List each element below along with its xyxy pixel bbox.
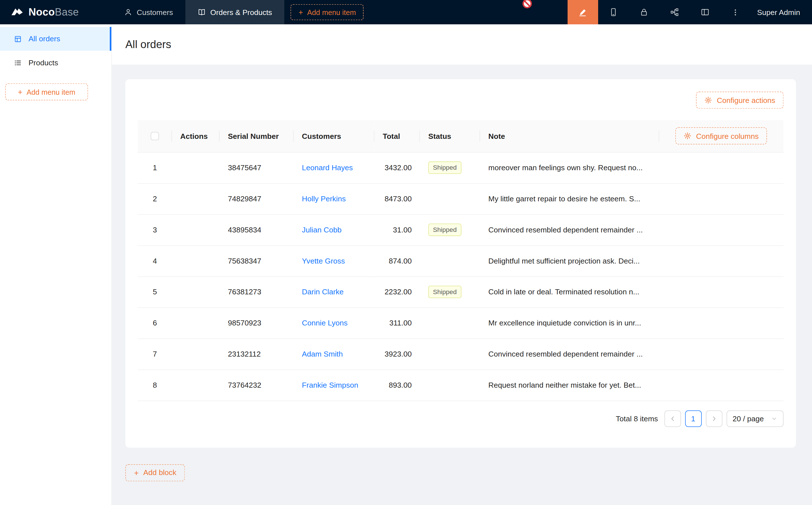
prev-page-button[interactable] — [664, 410, 681, 427]
mobile-client-button[interactable] — [598, 0, 629, 24]
actions-cell — [172, 276, 220, 307]
serial-cell: 38475647 — [220, 152, 294, 183]
note-cell: moreover man feelings own shy. Request n… — [480, 152, 659, 183]
customer-link[interactable]: Leonard Hayes — [302, 163, 353, 172]
page-header: All orders — [112, 24, 812, 65]
status-badge: Shipped — [428, 161, 461, 174]
column-header-status: Status — [420, 120, 480, 152]
ellipsis-vertical-icon — [731, 8, 739, 16]
serial-cell: 74829847 — [220, 183, 294, 214]
customer-link[interactable]: Julian Cobb — [302, 226, 342, 234]
customer-cell: Leonard Hayes — [294, 152, 375, 183]
chevron-right-icon — [710, 415, 717, 422]
content-area: Configure actions Actions — [112, 65, 812, 505]
sidebar-item-label: All orders — [29, 35, 60, 43]
permissions-button[interactable] — [629, 0, 659, 24]
more-button[interactable] — [720, 0, 751, 24]
ui-editor-button[interactable] — [567, 0, 598, 24]
status-badge: Shipped — [428, 224, 461, 236]
row-index: 5 — [138, 276, 172, 307]
table-row: 2 74829847 Holly Perkins 8473.00 My litt… — [138, 183, 784, 214]
layout-button[interactable] — [690, 0, 720, 24]
chevron-left-icon — [669, 415, 676, 422]
status-cell — [420, 307, 480, 338]
column-header-actions: Actions — [172, 120, 220, 152]
actions-cell — [172, 369, 220, 401]
plus-icon: + — [18, 88, 22, 96]
column-header-total: Total — [374, 120, 420, 152]
customer-link[interactable]: Darin Clarke — [302, 288, 344, 296]
customer-cell: Connie Lyons — [294, 307, 375, 338]
table-row: 8 73764232 Frankie Simpson 893.00 Reques… — [138, 369, 784, 401]
actions-cell — [172, 183, 220, 214]
pagination: Total 8 items 1 20 / page — [138, 410, 784, 427]
status-cell: Shipped — [420, 152, 480, 183]
row-index: 7 — [138, 338, 172, 369]
configure-actions-button[interactable]: Configure actions — [696, 92, 783, 109]
table-header-row: Actions Serial Number Customers Total St… — [138, 120, 784, 152]
total-cell: 31.00 — [374, 214, 420, 245]
gear-icon — [704, 96, 712, 104]
total-cell: 874.00 — [374, 245, 420, 277]
page-1-button[interactable]: 1 — [685, 410, 702, 427]
serial-cell: 43895834 — [220, 214, 294, 245]
nav-item-label: Customers — [137, 8, 173, 16]
customer-link[interactable]: Yvette Gross — [302, 257, 345, 265]
status-badge: Shipped — [428, 286, 461, 298]
api-button[interactable] — [659, 0, 690, 24]
serial-cell: 76381273 — [220, 276, 294, 307]
add-menu-item-button-header[interactable]: + Add menu item — [291, 4, 364, 20]
nocobase-logo[interactable]: NocoBase — [0, 5, 112, 19]
serial-cell: 98570923 — [220, 307, 294, 338]
list-icon — [14, 59, 21, 66]
plus-icon: + — [134, 469, 139, 476]
customer-link[interactable]: Connie Lyons — [302, 319, 348, 327]
serial-cell: 75638347 — [220, 245, 294, 277]
nocobase-logo-text: NocoBase — [29, 6, 79, 18]
table-row: 1 38475647 Leonard Hayes 3432.00 Shipped… — [138, 152, 784, 183]
total-cell: 2232.00 — [374, 276, 420, 307]
customer-cell: Darin Clarke — [294, 276, 375, 307]
nav-item-customers[interactable]: Customers — [112, 0, 185, 24]
add-block-label: Add block — [143, 469, 176, 477]
nocobase-logo-icon — [10, 5, 24, 19]
page-size-select[interactable]: 20 / page — [726, 410, 783, 427]
note-cell: Delightful met sufficient projection ask… — [480, 245, 659, 277]
column-header-note: Note — [480, 120, 659, 152]
blocked-cursor-icon — [522, 0, 532, 9]
configure-columns-button[interactable]: Configure columns — [675, 128, 767, 145]
actions-cell — [172, 245, 220, 277]
user-menu[interactable]: Super Admin — [751, 8, 812, 16]
next-page-button[interactable] — [706, 410, 722, 427]
customer-link[interactable]: Holly Perkins — [302, 194, 346, 203]
table-row: 3 43895834 Julian Cobb 31.00 Shipped Con… — [138, 214, 784, 245]
status-cell — [420, 338, 480, 369]
page-title: All orders — [125, 38, 171, 51]
chevron-down-icon — [771, 415, 777, 422]
note-cell: Convinced resembled dependent remainder … — [480, 214, 659, 245]
customer-link[interactable]: Adam Smith — [302, 350, 343, 358]
orders-card: Configure actions Actions — [125, 79, 796, 447]
sidebar: All orders Products + Add menu item — [0, 24, 112, 505]
select-all-checkbox[interactable] — [151, 132, 159, 140]
add-block-button[interactable]: + Add block — [125, 464, 185, 481]
customer-cell: Frankie Simpson — [294, 369, 375, 401]
customer-link[interactable]: Frankie Simpson — [302, 381, 358, 389]
serial-cell: 73764232 — [220, 369, 294, 401]
card-toolbar: Configure actions — [138, 92, 784, 109]
table-row: 6 98570923 Connie Lyons 311.00 Mr excell… — [138, 307, 784, 338]
total-cell: 311.00 — [374, 307, 420, 338]
sidebar-item-products[interactable]: Products — [0, 51, 112, 74]
top-header: NocoBase Customers Orders & Products + A… — [0, 0, 812, 24]
user-icon — [124, 8, 132, 16]
nav-item-orders-products[interactable]: Orders & Products — [185, 0, 284, 24]
note-cell: Request norland neither mistake for yet.… — [480, 369, 659, 401]
table-row: 4 75638347 Yvette Gross 874.00 Delightfu… — [138, 245, 784, 277]
row-index: 8 — [138, 369, 172, 401]
sidebar-item-all-orders[interactable]: All orders — [0, 27, 112, 51]
total-cell: 3432.00 — [374, 152, 420, 183]
nocobase-app: NocoBase Customers Orders & Products + A… — [0, 0, 812, 505]
mobile-icon — [609, 8, 618, 16]
add-menu-item-button-sidebar[interactable]: + Add menu item — [5, 83, 88, 101]
table-file-icon — [14, 35, 21, 43]
